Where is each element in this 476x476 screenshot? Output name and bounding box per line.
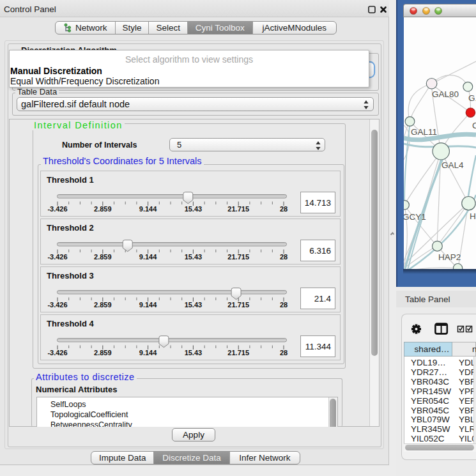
svg-text:GAL11: GAL11 bbox=[411, 127, 437, 137]
svg-text:GAL80: GAL80 bbox=[432, 89, 459, 99]
svg-text:GCY1: GCY1 bbox=[404, 212, 426, 222]
svg-text:HAP2: HAP2 bbox=[438, 252, 461, 262]
svg-text:H: H bbox=[470, 211, 476, 221]
svg-text:G.: G. bbox=[468, 93, 476, 103]
svg-text:GAL4: GAL4 bbox=[441, 160, 464, 170]
svg-text:C: C bbox=[472, 121, 476, 130]
